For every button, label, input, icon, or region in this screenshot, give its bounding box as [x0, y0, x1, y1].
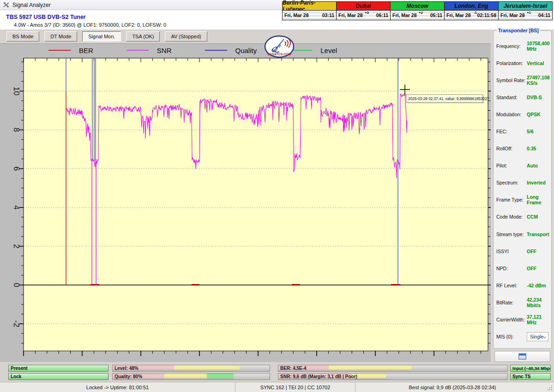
- meter-zone: [164, 374, 207, 380]
- clock-jerusalem: Jerusalem-IsraelFri, Mar 28+104:11: [499, 2, 552, 20]
- transponder-label: RollOff:: [496, 146, 527, 151]
- status-best-signal: Best signal: 9,9 dB (2025-03-28 02:34): [355, 382, 549, 392]
- legend-item-ber: BER: [48, 47, 93, 54]
- tab-bs-mode[interactable]: BS Mode: [6, 31, 39, 42]
- transponder-label: Spectrum:: [496, 180, 527, 185]
- present-indicator: Present: [8, 365, 108, 372]
- quality-meter: Quality: 80%: [112, 373, 270, 380]
- transponder-row: FEC:5/6: [496, 128, 548, 135]
- snr-meter: SNR: 9,6 dB (Margin: 3,1 dB | Poor): [278, 373, 508, 380]
- tuner-name: TBS 5927 USB DVB-S2 Tuner: [6, 14, 86, 20]
- clock-datetime: Fri, Mar 28+205:11: [391, 11, 444, 20]
- transponder-row: CarrierWidth:37,121 MHz: [496, 316, 548, 323]
- transponder-label: Symbol Rate:: [496, 77, 527, 83]
- transponder-value: 5/6: [527, 129, 534, 134]
- transponder-row: Frame Type:Long Frame: [496, 196, 548, 203]
- chevron-down-icon: [543, 336, 546, 339]
- clock-datetime: Fri, Mar 28+306:11: [337, 11, 390, 20]
- legend-line-swatch: [126, 50, 149, 51]
- chart-legend: BERSNRQualityLevel: [0, 44, 491, 57]
- transponder-value: OFF: [527, 266, 536, 271]
- transponder-value: Vertical: [527, 60, 544, 66]
- svg-text:2: 2: [12, 244, 21, 248]
- clock-city-label: Jerusalem-Israel: [499, 2, 552, 11]
- transponder-row: Symbol Rate:27497,108 KS/s: [496, 77, 548, 83]
- transponder-row: NPD:OFF: [496, 265, 548, 272]
- quality-meter-label: Quality: 80%: [114, 374, 142, 380]
- transponder-value: 37,121 MHz: [527, 314, 548, 325]
- transponder-value: -42 dBm: [527, 283, 546, 288]
- transponder-label: Frame Type:: [496, 197, 527, 202]
- transponder-label: Polarization:: [496, 60, 527, 66]
- lock-label: Lock: [11, 374, 21, 379]
- tab-signal-mon[interactable]: Signal Mon.: [82, 31, 121, 42]
- clock-datetime: Fri, Mar 2803:11: [283, 11, 336, 20]
- present-label: Present: [11, 366, 28, 371]
- input-rate-label: Input (~40,34 Mbps): [512, 366, 551, 371]
- transponder-row: Standard:DVB-S: [496, 94, 548, 101]
- clock-berlin: Berlin-Paris-LučenecFri, Mar 2803:11: [283, 2, 337, 20]
- transponder-row: Polarization:Vertical: [496, 60, 548, 66]
- transponder-label: Stream type:: [496, 232, 527, 237]
- app-icon: [3, 1, 10, 8]
- tab-av-stopped[interactable]: AV (Stopped): [165, 31, 207, 42]
- transponder-value: 0.35: [527, 146, 536, 151]
- mis-dropdown[interactable]: Single: [527, 332, 548, 341]
- clock-london: London, EngFri, Mar 28-102:11:58: [445, 2, 499, 20]
- transponder-title: Transponder [BS]: [497, 28, 540, 33]
- transponder-row: RF Level:-42 dBm: [496, 282, 548, 289]
- transponder-label: CarrierWidth:: [496, 317, 527, 322]
- legend-item-snr: SNR: [126, 47, 172, 54]
- clock-city-label: Berlin-Paris-Lučenec: [283, 2, 336, 11]
- transponder-label: FEC:: [496, 129, 527, 134]
- transponder-value: DVB-S: [527, 95, 542, 100]
- legend-line-swatch: [205, 50, 227, 51]
- ber-meter: BER: 4,5E-4: [278, 365, 508, 372]
- transponder-label: ISSYI: [496, 249, 527, 254]
- dxsatcs-logo: DXSATCS.COM: [264, 35, 295, 61]
- svg-text:2025-03-28 02.37.41, value: 9,: 2025-03-28 02.37.41, value: 9,8999996185…: [408, 97, 489, 101]
- transponder-row: RollOff:0.35: [496, 145, 548, 152]
- mode-tabs: BS ModeDT ModeSignal Mon.TSA (OK)AV (Sto…: [0, 30, 491, 43]
- tab-dt-mode[interactable]: DT Mode: [44, 31, 77, 42]
- svg-text:6: 6: [12, 166, 21, 171]
- snr-trend-chart[interactable]: 1086420-22025-03-28 02.37.41, value: 9,8…: [0, 57, 491, 362]
- svg-text:0: 0: [12, 283, 21, 287]
- status-bar: Locked -> Uptime: 81:00:51 SYNC 162 | TE…: [0, 382, 554, 392]
- sync-ts-indicator: Sync TS: [510, 373, 551, 380]
- legend-label: SNR: [157, 47, 172, 54]
- clock-moscow: MoscowFri, Mar 28+205:11: [391, 2, 445, 20]
- transponder-row: Modulation:QPSK: [496, 111, 548, 118]
- input-rate-indicator: Input (~40,34 Mbps): [510, 365, 551, 372]
- meter-zone: [174, 365, 240, 371]
- legend-line-swatch: [48, 50, 71, 51]
- transponder-value: QPSK: [527, 112, 541, 117]
- clock-datetime: Fri, Mar 28+104:11: [499, 11, 552, 20]
- transponder-label: Standard:: [496, 95, 527, 100]
- transponder-row: Stream type:Transport: [496, 231, 548, 238]
- transponder-label: Pilot:: [496, 163, 527, 168]
- transponder-label: Code Mode:: [496, 214, 527, 220]
- transponder-row: Code Mode:CCM: [496, 214, 548, 220]
- transponder-row: BitRate:42,234 Mbit/s: [496, 299, 548, 306]
- meter-zone: [207, 374, 234, 380]
- transponder-row: Frequency:10758,400 MHz: [496, 43, 548, 49]
- transponder-label: RF Level:: [496, 283, 527, 288]
- level-meter: Level: 48%: [112, 365, 270, 372]
- tuner-info: 4.0W - Amos 3/7 (ID: 3560) @ LOF1: 97500…: [14, 22, 166, 28]
- window-title: Signal Analyzer: [12, 2, 51, 8]
- transponder-label: Frequency:: [496, 43, 527, 49]
- legend-item-quality: Quality: [205, 47, 257, 54]
- legend-label: BER: [79, 47, 93, 54]
- level-meter-label: Level: 48%: [114, 365, 138, 372]
- clock-datetime: Fri, Mar 28-102:11:58: [445, 11, 498, 20]
- mis-row: MIS (0):Single: [496, 333, 548, 340]
- transponder-save-button[interactable]: [494, 351, 550, 362]
- transponder-value: Long Frame: [527, 194, 548, 205]
- resize-grip[interactable]: [547, 385, 553, 391]
- transponder-value: 42,234 Mbit/s: [527, 297, 548, 308]
- transponder-row: Pilot:Auto: [496, 162, 548, 169]
- tab-tsa-ok[interactable]: TSA (OK): [126, 31, 160, 42]
- svg-text:4: 4: [12, 205, 21, 209]
- legend-label: Quality: [235, 47, 257, 54]
